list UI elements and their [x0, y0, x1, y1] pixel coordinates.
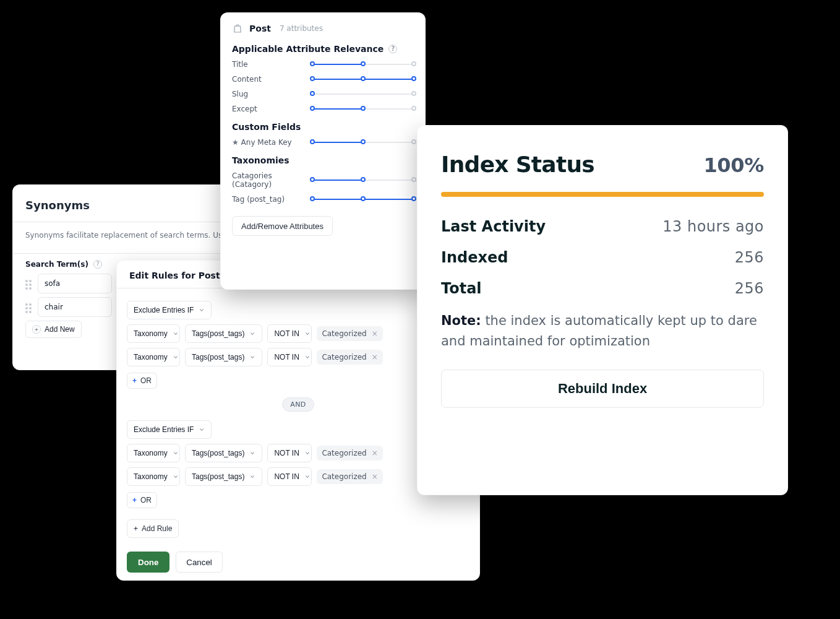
- drag-handle-icon[interactable]: [25, 280, 33, 287]
- total-value: 256: [735, 280, 764, 297]
- index-note-label: Note:: [441, 313, 481, 328]
- index-status-title: Index Status: [441, 152, 594, 177]
- op-select-label: NOT IN: [274, 472, 299, 481]
- relevance-slider[interactable]: [312, 75, 414, 84]
- attribute-name: Tag (post_tag): [232, 195, 306, 204]
- type-select[interactable]: Taxonomy: [127, 348, 180, 366]
- index-status-percent: 100%: [703, 154, 764, 177]
- indexed-value: 256: [735, 249, 764, 266]
- chevron-down-icon: [304, 331, 311, 337]
- tag-chip[interactable]: Categorized ×: [317, 326, 382, 341]
- type-select-label: Taxonomy: [134, 329, 168, 338]
- or-button[interactable]: + OR: [127, 492, 157, 508]
- term-input[interactable]: chair: [38, 297, 112, 317]
- chevron-down-icon: [199, 426, 205, 433]
- op-select-label: NOT IN: [274, 329, 299, 338]
- add-remove-attributes-button[interactable]: Add/Remove Attributes: [232, 216, 333, 236]
- type-select[interactable]: Taxonomy: [127, 444, 180, 462]
- op-select[interactable]: NOT IN: [267, 444, 312, 462]
- tag-chip[interactable]: Categorized ×: [317, 350, 382, 365]
- attribute-row: Except: [232, 105, 414, 113]
- exclude-select[interactable]: Exclude Entries IF: [127, 301, 212, 319]
- op-select[interactable]: NOT IN: [267, 348, 312, 366]
- slider-handle[interactable]: [310, 76, 315, 81]
- exclude-select-label: Exclude Entries IF: [134, 306, 194, 314]
- close-icon[interactable]: ×: [371, 353, 378, 361]
- attribute-name: Content: [232, 75, 306, 84]
- slider-handle[interactable]: [310, 196, 315, 201]
- term-select[interactable]: Tags(post_tags): [185, 467, 262, 486]
- relevance-slider[interactable]: [312, 176, 414, 184]
- term-select[interactable]: Tags(post_tags): [185, 348, 262, 366]
- slider-handle[interactable]: [310, 91, 315, 96]
- tag-chip[interactable]: Categorized ×: [317, 469, 382, 484]
- type-select[interactable]: Taxonomy: [127, 324, 180, 343]
- or-button[interactable]: + OR: [127, 373, 157, 389]
- slider-handle[interactable]: [361, 196, 366, 201]
- slider-handle[interactable]: [310, 139, 315, 144]
- slider-handle[interactable]: [310, 177, 315, 182]
- slider-handle[interactable]: [411, 106, 416, 111]
- help-icon[interactable]: ?: [388, 45, 397, 53]
- term-select[interactable]: Tags(post_tags): [185, 444, 262, 462]
- relevance-slider[interactable]: [312, 138, 414, 147]
- slider-handle[interactable]: [411, 139, 416, 144]
- index-note-text: the index is automatically kept up to da…: [441, 313, 757, 348]
- op-select-label: NOT IN: [274, 353, 299, 361]
- slider-handle[interactable]: [411, 61, 416, 66]
- slider-handle[interactable]: [361, 76, 366, 81]
- slider-handle[interactable]: [361, 177, 366, 182]
- slider-handle[interactable]: [411, 91, 416, 96]
- or-label: OR: [140, 496, 152, 504]
- exclude-select[interactable]: Exclude Entries IF: [127, 420, 212, 439]
- slider-handle[interactable]: [361, 61, 366, 66]
- close-icon[interactable]: ×: [371, 449, 378, 457]
- attribute-row: Catagories (Catagory): [232, 171, 414, 189]
- type-select-label: Taxonomy: [134, 449, 168, 457]
- op-select[interactable]: NOT IN: [267, 467, 312, 486]
- close-icon[interactable]: ×: [371, 329, 378, 338]
- chevron-down-icon: [304, 450, 311, 456]
- op-select[interactable]: NOT IN: [267, 324, 312, 343]
- relevance-slider[interactable]: [312, 105, 414, 113]
- chevron-down-icon: [304, 474, 311, 480]
- slider-handle[interactable]: [310, 61, 315, 66]
- attribute-row: Any Meta Key: [232, 138, 414, 147]
- chevron-down-icon: [173, 354, 179, 360]
- slider-handle[interactable]: [361, 139, 366, 144]
- plus-icon: +: [134, 524, 138, 533]
- relevance-slider[interactable]: [312, 90, 414, 98]
- type-select-label: Taxonomy: [134, 472, 168, 481]
- index-note: Note: the index is automatically kept up…: [441, 311, 764, 351]
- term-select-label: Tags(post_tags): [192, 353, 244, 361]
- cancel-button[interactable]: Cancel: [176, 552, 223, 573]
- relevance-slider[interactable]: [312, 60, 414, 69]
- slider-handle[interactable]: [361, 106, 366, 111]
- last-activity-value: 13 hours ago: [662, 218, 764, 235]
- chip-label: Categorized: [322, 472, 366, 481]
- help-icon[interactable]: ?: [93, 260, 102, 269]
- attribute-name: Except: [232, 105, 306, 113]
- add-rule-button[interactable]: + Add Rule: [127, 519, 179, 538]
- tag-chip[interactable]: Categorized ×: [317, 446, 382, 461]
- type-select[interactable]: Taxonomy: [127, 467, 180, 486]
- slider-handle[interactable]: [411, 177, 416, 182]
- attributes-count: 7 attributes: [280, 24, 323, 33]
- term-input[interactable]: sofa: [38, 274, 112, 293]
- rebuild-index-button[interactable]: Rebuild Index: [441, 370, 764, 408]
- close-icon[interactable]: ×: [371, 472, 378, 481]
- last-activity-label: Last Activity: [441, 218, 546, 235]
- attribute-name: Slug: [232, 90, 306, 98]
- done-button[interactable]: Done: [127, 552, 169, 573]
- total-label: Total: [441, 280, 482, 297]
- slider-handle[interactable]: [411, 196, 416, 201]
- slider-handle[interactable]: [310, 106, 315, 111]
- term-select[interactable]: Tags(post_tags): [185, 324, 262, 343]
- add-new-button[interactable]: + Add New: [25, 321, 82, 338]
- slider-handle[interactable]: [411, 76, 416, 81]
- chevron-down-icon: [249, 354, 255, 360]
- chip-label: Categorized: [322, 353, 366, 361]
- add-rule-label: Add Rule: [142, 524, 172, 533]
- drag-handle-icon[interactable]: [25, 303, 33, 311]
- relevance-slider[interactable]: [312, 195, 414, 204]
